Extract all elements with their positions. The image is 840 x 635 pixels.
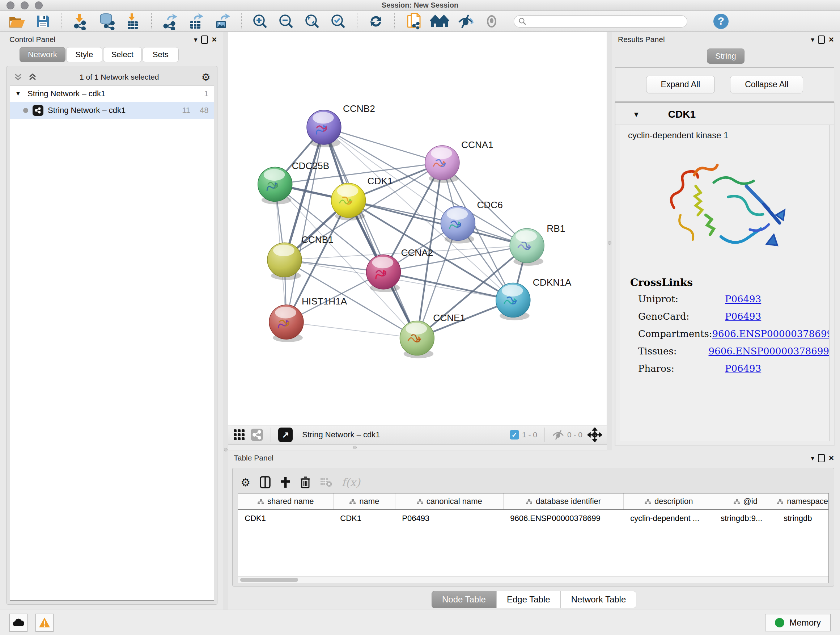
export-image-button[interactable] [212, 13, 233, 30]
birds-eye-icon[interactable] [587, 428, 602, 442]
tab-network-table[interactable]: Network Table [561, 591, 637, 608]
scrollbar-thumb[interactable] [240, 578, 298, 582]
detach-view-button[interactable]: ↗ [278, 428, 293, 442]
network-collection-row[interactable]: ▼ String Network – cdk1 1 [10, 86, 214, 102]
edge-CCNB2-CCNA1[interactable] [324, 127, 442, 163]
crosslink-link[interactable]: P06493 [725, 311, 761, 322]
clone-network-button[interactable] [403, 13, 424, 30]
zoom-out-button[interactable] [276, 13, 297, 30]
collapse-panel-icon[interactable]: ▾ [811, 454, 815, 462]
float-panel-icon[interactable] [818, 35, 825, 44]
tab-string[interactable]: String [707, 49, 744, 64]
apply-layout-button[interactable] [365, 13, 386, 30]
show-columns-icon[interactable] [260, 476, 271, 488]
column-header--id[interactable]: @id [714, 494, 777, 509]
edge-CCNB2-HIST1H1A[interactable] [286, 127, 324, 322]
left-splitter[interactable] [223, 32, 228, 610]
node-CCNB1[interactable]: CCNB1 [267, 234, 333, 280]
node-CDKN1A[interactable]: CDKN1A [496, 277, 572, 320]
zoom-selected-button[interactable] [328, 13, 349, 30]
tab-network[interactable]: Network [19, 47, 65, 62]
column-header-label: name [359, 497, 379, 506]
float-panel-icon[interactable] [818, 454, 825, 462]
grid-view-icon[interactable] [233, 429, 245, 441]
save-session-button[interactable] [33, 13, 54, 30]
splitter-handle[interactable] [608, 241, 611, 245]
right-splitter[interactable] [607, 32, 612, 450]
network-canvas[interactable]: CCNB2CCNA1CDC25BCDK1CDC6RB1CCNB1CCNA2CDK… [228, 32, 607, 425]
horizontal-splitter[interactable] [228, 445, 607, 450]
column-header-shared-name[interactable]: shared name [238, 494, 333, 509]
zoom-fit-button[interactable] [302, 13, 323, 30]
hide-selected-button[interactable] [455, 13, 476, 30]
tab-sets[interactable]: Sets [142, 47, 179, 62]
search-field-wrap[interactable] [514, 15, 687, 27]
tab-edge-table[interactable]: Edge Table [496, 591, 561, 608]
gear-icon[interactable]: ⚙ [201, 71, 210, 83]
crosslink-link[interactable]: P06493 [725, 363, 761, 374]
delete-column-icon[interactable] [300, 476, 310, 488]
import-network-database-button[interactable] [96, 13, 117, 30]
crosslink-link[interactable]: P06493 [725, 294, 761, 304]
selected-checkbox-icon[interactable]: ✓ [510, 430, 519, 440]
node-CDK1[interactable]: CDK1 [332, 176, 393, 220]
search-input[interactable] [529, 18, 683, 25]
close-panel-icon[interactable]: ✕ [212, 35, 218, 44]
node-details-header[interactable]: ▼ CDK1 [615, 103, 834, 125]
node-RB1[interactable]: RB1 [510, 223, 565, 266]
add-column-icon[interactable] [280, 476, 291, 488]
export-table-button[interactable] [186, 13, 207, 30]
collapse-panel-icon[interactable]: ▾ [811, 35, 815, 44]
node-CCNA1[interactable]: CCNA1 [425, 139, 493, 183]
network-row[interactable]: String Network – cdk1 11 48 [10, 102, 214, 119]
first-neighbors-button[interactable] [429, 13, 450, 30]
open-session-button[interactable] [6, 13, 27, 30]
close-panel-icon[interactable]: ✕ [829, 454, 834, 462]
collapse-all-button[interactable]: Collapse All [730, 76, 803, 93]
splitter-handle[interactable] [224, 448, 227, 451]
table-horizontal-scrollbar[interactable] [238, 576, 829, 583]
memory-button[interactable]: Memory [765, 614, 831, 631]
close-panel-icon[interactable]: ✕ [829, 35, 834, 44]
node-CCNE1[interactable]: CCNE1 [400, 312, 466, 358]
zoom-in-button[interactable] [249, 13, 271, 30]
crosslink-link[interactable]: 9606.ENSP00000378699 [712, 328, 829, 339]
edge-HIST1H1A-CCNE1[interactable] [286, 322, 417, 338]
node-caret-icon[interactable]: ▼ [633, 111, 640, 119]
node-CCNB2[interactable]: CCNB2 [307, 103, 375, 147]
table-row[interactable]: CDK1CDK1P064939606.ENSP00000378699cyclin… [238, 510, 829, 527]
column-header-name[interactable]: name [333, 494, 395, 509]
warnings-button[interactable] [35, 614, 54, 632]
network-graph[interactable]: CCNB2CCNA1CDC25BCDK1CDC6RB1CCNB1CCNA2CDK… [228, 32, 607, 425]
splitter-handle[interactable] [353, 446, 357, 449]
table-settings-gear-icon[interactable]: ⚙ [240, 476, 250, 489]
network-edge-count: 48 [200, 106, 208, 115]
maximize-window-button[interactable] [35, 2, 43, 10]
collapse-panel-icon[interactable]: ▾ [194, 35, 197, 44]
tab-style[interactable]: Style [66, 47, 103, 62]
cloud-status-button[interactable] [9, 614, 27, 632]
expand-all-button[interactable]: Expand All [646, 76, 715, 93]
close-window-button[interactable] [6, 2, 14, 10]
collection-caret-icon[interactable]: ▼ [15, 90, 23, 97]
import-network-file-button[interactable] [70, 13, 91, 30]
export-network-button[interactable] [160, 13, 181, 30]
crosslink-link[interactable]: 9606.ENSP00000378699 [709, 346, 829, 356]
column-header-namespace[interactable]: namespace [777, 494, 829, 509]
show-all-button[interactable] [481, 13, 502, 30]
minimize-window-button[interactable] [21, 2, 28, 10]
float-panel-icon[interactable] [201, 35, 208, 44]
help-button[interactable]: ? [711, 13, 731, 30]
import-table-file-button[interactable] [122, 13, 143, 30]
tab-node-table[interactable]: Node Table [431, 591, 496, 608]
column-header-database-identifier[interactable]: database identifier [504, 494, 624, 509]
edge-CCNA2-CDKN1A[interactable] [384, 272, 513, 300]
network-view-icon[interactable] [250, 428, 264, 441]
node-HIST1H1A[interactable]: HIST1H1A [269, 296, 347, 342]
chevrons-up-icon[interactable] [28, 73, 37, 82]
column-header-description[interactable]: description [624, 494, 714, 509]
column-header-canonical-name[interactable]: canonical name [395, 494, 504, 509]
tab-select[interactable]: Select [103, 47, 142, 62]
chevrons-down-icon[interactable] [13, 73, 23, 82]
import-network-icon [73, 13, 88, 30]
